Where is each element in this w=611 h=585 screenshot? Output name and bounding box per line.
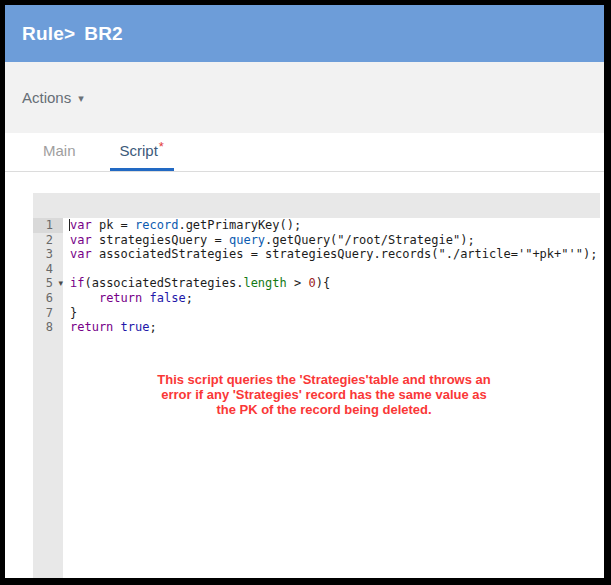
actions-dropdown-button[interactable]: Actions ▾ bbox=[22, 89, 84, 106]
unsaved-indicator: * bbox=[159, 139, 164, 154]
editor-top-strip bbox=[33, 193, 600, 218]
code-token: > bbox=[287, 276, 309, 290]
code-token: ){ bbox=[316, 276, 330, 290]
line-number: 5▾ bbox=[33, 276, 63, 291]
code-token: .getQuery("/root/Strategie"); bbox=[265, 233, 475, 247]
editor-body: 12345▾678 var pk = record.getPrimaryKey(… bbox=[33, 218, 600, 578]
code-token: if bbox=[70, 276, 84, 290]
fold-arrow-icon[interactable]: ▾ bbox=[58, 276, 63, 291]
annotation-line: error if any 'Strategies' record has the… bbox=[70, 387, 578, 402]
code-token: return bbox=[70, 320, 113, 334]
screenshot-frame: Rule>BR2 Actions ▾ Main Script* 12345▾67… bbox=[0, 0, 611, 585]
code-token: associatedStrategies = strategiesQuery.r… bbox=[92, 247, 598, 261]
app-window: Rule>BR2 Actions ▾ Main Script* 12345▾67… bbox=[5, 5, 604, 578]
line-number: 7 bbox=[33, 306, 63, 321]
code-line[interactable]: } bbox=[70, 306, 600, 321]
text-cursor bbox=[69, 219, 70, 231]
code-token: ; bbox=[150, 320, 157, 334]
line-number: 4 bbox=[33, 262, 63, 277]
line-number: 3 bbox=[33, 247, 63, 262]
line-number: 8 bbox=[33, 320, 63, 335]
code-token: } bbox=[70, 306, 77, 320]
header-bar: Rule>BR2 bbox=[5, 5, 604, 62]
line-number: 1 bbox=[33, 218, 63, 233]
editor-gutter: 12345▾678 bbox=[33, 218, 63, 578]
code-token: 0 bbox=[308, 276, 315, 290]
record-name: BR2 bbox=[84, 23, 123, 44]
breadcrumb: Rule> bbox=[22, 23, 75, 44]
code-token: strategiesQuery = bbox=[92, 233, 229, 247]
code-token bbox=[70, 291, 99, 305]
code-line[interactable]: var strategiesQuery = query.getQuery("/r… bbox=[70, 233, 600, 248]
code-token bbox=[113, 320, 120, 334]
code-token: return bbox=[99, 291, 142, 305]
line-number: 6 bbox=[33, 291, 63, 306]
annotation-note: This script queries the 'Strategies'tabl… bbox=[70, 372, 600, 417]
actions-bar: Actions ▾ bbox=[5, 62, 604, 133]
caret-down-icon: ▾ bbox=[78, 91, 84, 104]
line-number: 2 bbox=[33, 233, 63, 248]
code-line[interactable]: var pk = record.getPrimaryKey(); bbox=[70, 218, 600, 233]
code-token: var bbox=[70, 218, 92, 232]
page-title: Rule>BR2 bbox=[22, 23, 123, 45]
annotation-line: the PK of the record being deleted. bbox=[70, 402, 578, 417]
tab-script[interactable]: Script* bbox=[110, 133, 174, 171]
script-editor[interactable]: 12345▾678 var pk = record.getPrimaryKey(… bbox=[33, 193, 600, 578]
tab-content: 12345▾678 var pk = record.getPrimaryKey(… bbox=[5, 172, 604, 578]
code-token bbox=[142, 291, 149, 305]
code-token: query bbox=[229, 233, 265, 247]
code-token: false bbox=[150, 291, 186, 305]
code-line[interactable]: var associatedStrategies = strategiesQue… bbox=[70, 247, 600, 262]
code-token: pk = bbox=[92, 218, 135, 232]
code-line[interactable]: if(associatedStrategies.length > 0){ bbox=[70, 276, 600, 291]
code-token: ; bbox=[186, 291, 193, 305]
tab-script-label: Script bbox=[120, 142, 158, 159]
code-token: record bbox=[135, 218, 178, 232]
tab-bar: Main Script* bbox=[5, 133, 604, 172]
tab-main-label: Main bbox=[43, 142, 76, 159]
code-token: (associatedStrategies. bbox=[84, 276, 243, 290]
tab-main[interactable]: Main bbox=[33, 133, 86, 171]
annotation-line: This script queries the 'Strategies'tabl… bbox=[70, 372, 578, 387]
code-token: var bbox=[70, 247, 92, 261]
code-line[interactable]: return false; bbox=[70, 291, 600, 306]
code-token: true bbox=[121, 320, 150, 334]
code-token: length bbox=[243, 276, 286, 290]
code-line[interactable]: return true; bbox=[70, 320, 600, 335]
code-token: .getPrimaryKey(); bbox=[178, 218, 301, 232]
editor-code[interactable]: var pk = record.getPrimaryKey();var stra… bbox=[63, 218, 600, 578]
actions-label: Actions bbox=[22, 89, 71, 106]
code-token: var bbox=[70, 233, 92, 247]
code-line[interactable] bbox=[70, 262, 600, 277]
